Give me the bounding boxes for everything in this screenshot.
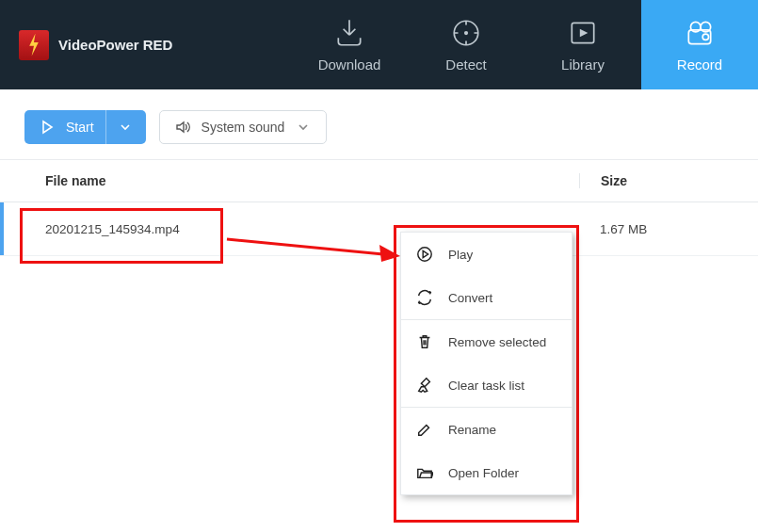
nav-library[interactable]: Library bbox=[524, 0, 641, 89]
download-icon bbox=[333, 17, 365, 49]
chevron-down-icon bbox=[118, 120, 133, 135]
nav-detect[interactable]: Detect bbox=[408, 0, 524, 89]
library-icon bbox=[567, 17, 599, 49]
nav-detect-label: Detect bbox=[445, 56, 486, 73]
record-icon bbox=[684, 17, 716, 49]
speaker-icon bbox=[175, 120, 190, 135]
table-header: File name Size bbox=[0, 160, 758, 202]
nav-download-label: Download bbox=[318, 56, 381, 73]
column-filename[interactable]: File name bbox=[0, 173, 579, 188]
menu-open-folder[interactable]: Open Folder bbox=[401, 451, 572, 494]
nav-library-label: Library bbox=[561, 56, 605, 73]
menu-convert-label: Convert bbox=[448, 291, 492, 305]
nav-download[interactable]: Download bbox=[291, 0, 408, 89]
menu-play[interactable]: Play bbox=[401, 233, 572, 276]
menu-play-label: Play bbox=[448, 248, 473, 262]
toolbar: Start System sound bbox=[0, 89, 758, 160]
menu-clear[interactable]: Clear task list bbox=[401, 363, 572, 407]
column-size[interactable]: Size bbox=[579, 173, 758, 188]
chevron-down-icon bbox=[296, 120, 311, 135]
play-icon bbox=[40, 120, 55, 135]
sound-label: System sound bbox=[202, 120, 285, 135]
context-menu: Play Convert Remove selected Clear task … bbox=[400, 232, 573, 495]
start-label: Start bbox=[66, 120, 94, 135]
svg-point-1 bbox=[464, 31, 468, 35]
nav-record[interactable]: Record bbox=[641, 0, 758, 89]
start-button[interactable]: Start bbox=[24, 110, 146, 144]
folder-icon bbox=[416, 464, 433, 481]
main-nav: Download Detect Library Record bbox=[291, 0, 758, 89]
trash-icon bbox=[416, 333, 433, 350]
convert-icon bbox=[416, 289, 433, 306]
pencil-icon bbox=[416, 421, 433, 438]
detect-icon bbox=[450, 17, 482, 49]
app-logo-icon bbox=[19, 30, 49, 60]
menu-remove[interactable]: Remove selected bbox=[401, 320, 572, 363]
brand: VideoPower RED bbox=[0, 0, 287, 89]
play-icon bbox=[416, 246, 433, 263]
nav-record-label: Record bbox=[677, 56, 722, 73]
menu-rename-label: Rename bbox=[448, 423, 496, 437]
app-header: VideoPower RED Download Detect Library R… bbox=[0, 0, 758, 89]
menu-remove-label: Remove selected bbox=[448, 335, 546, 349]
sound-source-button[interactable]: System sound bbox=[159, 110, 328, 144]
cell-size: 1.67 MB bbox=[579, 222, 758, 236]
menu-convert[interactable]: Convert bbox=[401, 276, 572, 319]
table-row[interactable]: 20201215_145934.mp4 1.67 MB bbox=[0, 202, 758, 256]
svg-point-6 bbox=[702, 34, 708, 40]
menu-rename[interactable]: Rename bbox=[401, 408, 572, 451]
broom-icon bbox=[416, 377, 433, 394]
app-title: VideoPower RED bbox=[58, 37, 172, 53]
menu-open-folder-label: Open Folder bbox=[448, 466, 519, 480]
svg-point-9 bbox=[418, 248, 431, 261]
start-dropdown[interactable] bbox=[105, 110, 133, 144]
menu-clear-label: Clear task list bbox=[448, 379, 524, 393]
